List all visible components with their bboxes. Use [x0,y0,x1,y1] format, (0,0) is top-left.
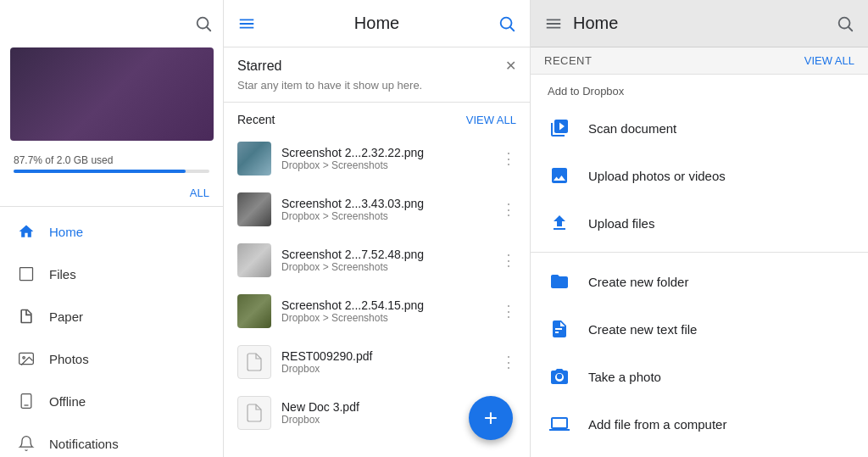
sidebar-item-label-files: Files [49,267,76,281]
starred-section: Starred ✕ Star any item to have it show … [224,47,530,103]
svg-point-10 [501,17,512,28]
sidebar-item-files[interactable]: Files [0,253,223,295]
new-text-file-label: Create new text file [588,322,697,337]
sidebar-item-offline[interactable]: Offline [0,380,223,422]
recent-header: Recent VIEW ALL [224,103,530,133]
sidebar-item-home[interactable]: Home [0,210,223,253]
notifications-icon [17,434,36,453]
file-thumbnail [237,192,271,226]
dropdown-panel: Home RECENT VIEW ALL Add to Dropbox Scan… [531,0,868,457]
file-info: Screenshot 2...2.54.15.png Dropbox > Scr… [281,298,491,324]
new-folder-label: Create new folder [588,275,688,289]
fab-button[interactable]: + [469,396,513,440]
svg-rect-2 [20,268,33,281]
list-item[interactable]: Create new text file [531,305,868,353]
list-item[interactable]: Scan document [531,104,868,152]
main-panel: Home Starred ✕ Star any item to have it … [224,0,531,457]
starred-title: Starred [237,59,281,74]
right-search-icon[interactable] [836,14,854,33]
sidebar-search-icon[interactable] [194,14,213,33]
sidebar-item-paper[interactable]: Paper [0,295,223,337]
table-row[interactable]: Screenshot 2...2.54.15.png Dropbox > Scr… [224,286,530,337]
file-name: New Doc 3.pdf [281,400,491,414]
file-name: Screenshot 2...7.52.48.png [281,248,491,261]
add-from-computer-label: Add file from a computer [588,417,726,432]
home-icon [17,222,36,241]
sidebar-nav: Home Files Paper Photos [0,210,223,457]
user-avatar [10,47,214,141]
file-info: New Doc 3.pdf Dropbox [281,400,491,426]
file-more-icon[interactable]: ⋮ [501,353,516,371]
table-row[interactable]: Screenshot 2...7.52.48.png Dropbox > Scr… [224,235,530,286]
list-item[interactable]: Upload photos or videos [531,152,868,199]
list-item[interactable]: Create new folder [531,258,868,305]
file-thumbnail [237,142,271,176]
paper-icon [17,307,36,326]
menu-divider [531,252,868,253]
list-item[interactable]: Upload files [531,199,868,247]
view-all-button[interactable]: VIEW ALL [466,114,516,126]
sidebar-item-label-paper: Paper [49,309,83,324]
file-path: Dropbox > Screenshots [281,159,491,171]
file-thumbnail [237,345,271,379]
sidebar-view-all[interactable]: ALL [190,187,209,199]
sidebar-item-label-offline: Offline [49,394,86,409]
svg-line-13 [849,27,852,31]
list-item[interactable]: Take a photo [531,353,868,400]
sidebar-item-notifications[interactable]: Notifications [0,422,223,457]
photos-icon [17,349,36,368]
file-path: Dropbox > Screenshots [281,261,491,273]
file-more-icon[interactable]: ⋮ [501,149,516,168]
sidebar-item-label-home: Home [49,225,83,239]
file-info: Screenshot 2...7.52.48.png Dropbox > Scr… [281,248,491,273]
recent-bar: RECENT VIEW ALL [531,47,868,75]
svg-rect-5 [21,394,31,409]
main-menu-icon[interactable] [237,14,256,33]
storage-text: 87.7% of 2.0 GB used [14,154,209,166]
sidebar: 87.7% of 2.0 GB used ALL Home Files P [0,0,224,457]
file-more-icon[interactable]: ⋮ [501,302,516,320]
right-header-left: Home [544,14,618,33]
file-thumbnail [237,294,271,328]
file-name: Screenshot 2...3.43.03.png [281,197,491,210]
storage-bar-bg [14,170,209,173]
upload-photos-icon [548,164,571,187]
new-text-file-icon [548,317,571,341]
offline-icon [17,392,36,410]
files-icon [17,265,36,283]
sidebar-item-photos[interactable]: Photos [0,337,223,380]
table-row[interactable]: Screenshot 2...3.43.03.png Dropbox > Scr… [224,184,530,235]
list-item[interactable]: Add file from a computer [531,400,868,448]
storage-bar-fill [14,170,186,173]
sidebar-item-label-photos: Photos [49,352,89,366]
upload-files-icon [548,211,571,235]
file-info: Screenshot 2...2.32.22.png Dropbox > Scr… [281,146,491,171]
sidebar-divider [0,206,223,207]
take-photo-icon [548,365,571,388]
right-view-all[interactable]: VIEW ALL [804,54,854,67]
svg-line-11 [510,27,514,31]
sidebar-item-label-notifications: Notifications [49,437,119,451]
file-path: Dropbox > Screenshots [281,210,491,222]
upload-files-label: Upload files [588,216,654,231]
file-thumbnail [237,396,271,430]
svg-line-1 [207,27,210,31]
add-section-title: Add to Dropbox [531,75,868,104]
file-name: Screenshot 2...2.54.15.png [281,298,491,312]
file-info: Screenshot 2...3.43.03.png Dropbox > Scr… [281,197,491,222]
starred-close-icon[interactable]: ✕ [505,58,516,74]
file-info: REST009290.pdf Dropbox [281,349,491,375]
storage-info: 87.7% of 2.0 GB used [0,148,223,183]
new-folder-icon [548,270,571,293]
table-row[interactable]: Screenshot 2...2.32.22.png Dropbox > Scr… [224,133,530,184]
table-row[interactable]: REST009290.pdf Dropbox ⋮ [224,337,530,387]
recent-label: Recent [237,113,275,126]
file-path: Dropbox [281,414,491,426]
right-panel-title: Home [573,14,618,33]
right-menu-icon[interactable] [544,14,563,33]
main-search-icon[interactable] [498,14,516,33]
file-more-icon[interactable]: ⋮ [501,200,516,219]
file-more-icon[interactable]: ⋮ [501,251,516,270]
svg-point-12 [839,17,850,28]
add-from-computer-icon [548,412,571,436]
